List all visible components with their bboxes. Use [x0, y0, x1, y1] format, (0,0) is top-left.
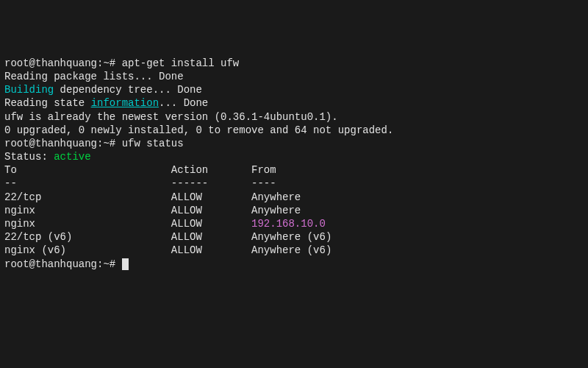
table-header-to: To: [4, 164, 171, 176]
table-row: 22/tcp (v6) ALLOW Anywhere (v6): [4, 230, 584, 244]
terminal[interactable]: root@thanhquang:~# apt-get install ufwRe…: [4, 57, 584, 271]
output-reading-packages: Reading package lists... Done: [4, 71, 184, 82]
cursor[interactable]: [122, 258, 129, 270]
prompt: root@thanhquang:~#: [4, 57, 122, 69]
rule-to: nginx (v6): [4, 244, 171, 256]
rule-from: Anywhere (v6): [251, 244, 331, 256]
output-building-word: Building: [4, 84, 54, 96]
status-value: active: [54, 151, 90, 163]
table-header-from: From: [251, 164, 276, 176]
table-row: nginx ALLOW Anywhere: [4, 204, 584, 217]
rule-from: Anywhere (v6): [251, 231, 331, 243]
table-header-underline: --: [4, 177, 171, 189]
output-newest: ufw is already the newest version (0.36.…: [4, 111, 338, 123]
prompt: root@thanhquang:~#: [4, 138, 122, 149]
output-upgraded: 0 upgraded, 0 newly installed, 0 to remo…: [4, 124, 393, 136]
rule-to: nginx: [4, 218, 171, 230]
output-state-pre: Reading state: [4, 97, 91, 109]
table-header-underline: ----: [251, 177, 276, 189]
output-state-info: information: [91, 97, 159, 109]
rule-action: ALLOW: [171, 231, 251, 243]
output-state-post: ... Done: [159, 97, 208, 109]
rule-from: Anywhere: [251, 205, 301, 216]
rule-action: ALLOW: [171, 218, 251, 230]
table-row: nginx ALLOW 192.168.10.0: [4, 217, 584, 230]
table-header-underline: ------: [171, 177, 251, 189]
rule-to: nginx: [4, 205, 171, 216]
rule-action: ALLOW: [171, 191, 251, 203]
command-ufw-status: ufw status: [122, 138, 184, 149]
rule-to: 22/tcp: [4, 191, 171, 203]
status-label: Status:: [4, 151, 54, 163]
rule-from: Anywhere: [251, 191, 301, 203]
command-apt-install: apt-get install ufw: [122, 57, 240, 69]
table-row: nginx (v6) ALLOW Anywhere (v6): [4, 244, 584, 257]
table-header-action: Action: [171, 164, 251, 176]
rule-action: ALLOW: [171, 244, 251, 256]
output-building-rest: dependency tree... Done: [54, 84, 202, 96]
table-row: 22/tcp ALLOW Anywhere: [4, 191, 584, 204]
rule-action: ALLOW: [171, 205, 251, 216]
rule-to: 22/tcp (v6): [4, 231, 171, 243]
rule-from: 192.168.10.0: [251, 218, 326, 230]
prompt[interactable]: root@thanhquang:~#: [4, 258, 122, 270]
